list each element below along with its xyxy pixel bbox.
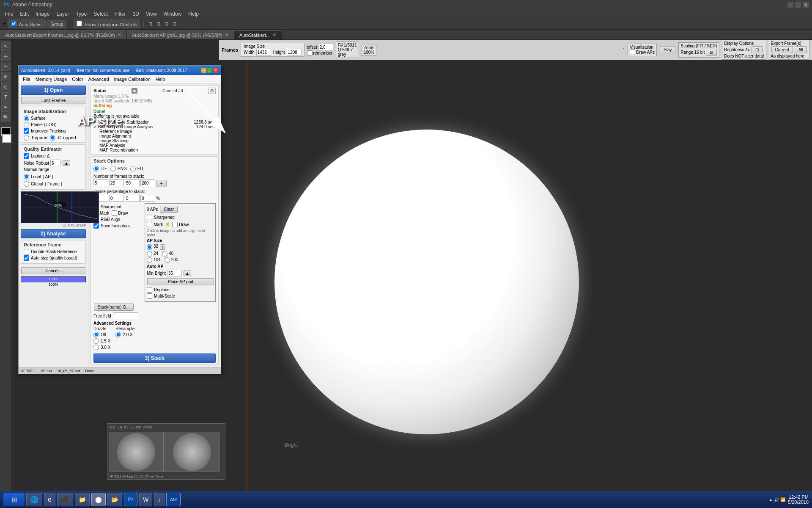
drizzle-3-radio[interactable] [93, 345, 99, 350]
pct-val-2[interactable] [109, 195, 124, 202]
ps-minimize-btn[interactable]: ─ [787, 2, 793, 8]
tab-ap-grid[interactable]: AutoStakkert AP grid1.jpg @ 50% (RGB/8#)… [127, 30, 234, 39]
improved-tracking-checkbox[interactable] [24, 128, 29, 134]
menu-filter[interactable]: Filter [111, 11, 129, 17]
fit-radio[interactable] [130, 166, 136, 171]
tab-close-0[interactable]: ✕ [118, 32, 121, 38]
tab-close-2[interactable]: ✕ [272, 32, 276, 38]
brush-tool[interactable]: ✏ [1, 62, 11, 71]
noise-input[interactable] [50, 160, 61, 166]
frames-val-2[interactable] [109, 179, 124, 186]
menu-layer[interactable]: Layer [53, 11, 72, 17]
taskbar-item-music[interactable]: ♪ [154, 493, 165, 506]
play-btn[interactable]: Play [660, 46, 675, 53]
align-right-icon[interactable]: ⊡ [163, 20, 170, 28]
png-radio[interactable] [110, 166, 116, 171]
height-input[interactable] [287, 49, 302, 55]
taskbar-item-edge[interactable]: e [44, 493, 55, 506]
heal-tool[interactable]: ⊙ [1, 82, 11, 91]
free-field-input[interactable] [113, 312, 138, 319]
export-all-btn[interactable]: All [795, 46, 807, 53]
clone-tool[interactable]: ⊕ [1, 72, 11, 81]
min-bright-up[interactable]: ▲ [184, 271, 191, 276]
ap-size-toggle[interactable]: ↕ [160, 244, 165, 250]
as-minimize-btn[interactable]: ─ [201, 68, 206, 73]
multiscale-cb[interactable] [147, 293, 152, 299]
ap-48-radio[interactable] [162, 251, 167, 257]
as-maximize-btn[interactable]: □ [207, 68, 212, 73]
menu-view[interactable]: View [143, 11, 160, 17]
export-current-btn[interactable]: Current [771, 46, 793, 53]
surface-radio[interactable] [24, 116, 29, 121]
offset-input[interactable] [318, 44, 333, 50]
pct-val-4[interactable] [140, 195, 155, 202]
min-bright-input[interactable] [167, 270, 182, 276]
frames-val-1[interactable] [93, 179, 108, 186]
taskbar-item-media[interactable]: ⬛ [57, 493, 73, 506]
tab-close-1[interactable]: ✕ [225, 32, 229, 38]
distribute-icon[interactable]: ⊡ [171, 20, 178, 28]
ap-draw-cb[interactable] [172, 222, 178, 227]
show-transform-checkbox[interactable]: Show Transform Controls [74, 19, 140, 28]
align-center-icon[interactable]: ⊡ [155, 20, 162, 28]
width-input[interactable] [256, 49, 271, 55]
frames-add-btn[interactable]: + [156, 180, 167, 187]
noise-up-btn[interactable]: ▲ [63, 160, 70, 166]
as-menu-color[interactable]: Color [69, 77, 85, 82]
laplace-checkbox[interactable] [24, 153, 29, 159]
cancel-btn[interactable]: Cancel... [21, 267, 86, 274]
ap-mark-cb[interactable] [147, 222, 152, 227]
replace-cb[interactable] [147, 287, 152, 293]
taskbar-item-as[interactable]: AS! [166, 493, 181, 506]
ap-200-radio[interactable] [165, 257, 170, 263]
menu-3d[interactable]: 3D [129, 11, 142, 17]
menu-select[interactable]: Select [90, 11, 111, 17]
pen-tool[interactable]: ✒ [1, 102, 11, 112]
taskbar-item-chrome[interactable]: ⬤ [91, 493, 106, 506]
menu-type[interactable]: Type [72, 11, 90, 17]
stack-btn[interactable]: 3) Stack [93, 353, 216, 363]
group-dropdown[interactable]: Group [47, 20, 66, 28]
frames-val-3[interactable] [125, 179, 140, 186]
save-indicators-checkbox[interactable] [93, 223, 99, 229]
taskbar-item-ie[interactable]: 🌐 [26, 493, 42, 506]
expand-radio[interactable] [24, 135, 29, 141]
planet-radio[interactable] [24, 122, 29, 127]
as-menu-calibration[interactable]: Image Calibration [112, 77, 153, 82]
menu-help[interactable]: Help [185, 11, 202, 17]
auto-select-checkbox[interactable]: Auto-Select [8, 19, 46, 28]
start-button[interactable]: ⊞ [3, 493, 25, 506]
taskbar-item-folder[interactable]: 📂 [107, 493, 122, 506]
taskbar-item-word[interactable]: W [139, 493, 152, 506]
pct-val-3[interactable] [125, 195, 140, 202]
as-menu-advanced[interactable]: Advanced [86, 77, 112, 82]
ap-24-radio[interactable] [147, 251, 152, 257]
remember-checkbox[interactable] [307, 50, 313, 56]
align-left-icon[interactable]: ⊡ [147, 20, 154, 28]
local-radio[interactable] [24, 174, 29, 179]
place-ap-grid-btn[interactable]: Place AP grid [147, 278, 214, 285]
as-menu-help[interactable]: Help [153, 77, 168, 82]
cropped-radio[interactable] [50, 135, 55, 141]
draw-checkbox[interactable] [112, 210, 117, 216]
stack-name-btn[interactable]: Stack(name) O... [94, 304, 134, 311]
ap-32-radio[interactable] [147, 244, 152, 250]
zoom-tool[interactable]: 🔍 [1, 113, 11, 122]
as-menu-memory[interactable]: Memory Usage [33, 77, 70, 82]
range-toggle[interactable]: ⊡ [706, 49, 717, 56]
menu-file[interactable]: File [2, 11, 16, 17]
background-color[interactable] [2, 134, 11, 143]
as-close-btn[interactable]: ✕ [213, 68, 218, 73]
limit-frames-btn[interactable]: Limit Frames [21, 97, 86, 104]
brightness-toggle[interactable]: ⊡ [752, 46, 763, 53]
menu-window[interactable]: Window [160, 11, 185, 17]
double-stack-checkbox[interactable] [24, 249, 29, 254]
resample-radio[interactable] [115, 332, 121, 337]
crop-tool[interactable]: ⊹ [1, 52, 11, 61]
menu-edit[interactable]: Edit [16, 11, 32, 17]
ap-104-radio[interactable] [147, 257, 152, 263]
tab-export-frames[interactable]: AutoStakkert Export Frames1.jpg @ 66.7% … [0, 30, 127, 39]
analyse-btn[interactable]: 2) Analyse [21, 229, 86, 238]
ps-close-btn[interactable]: ✕ [803, 2, 809, 8]
ap-sharpened-cb[interactable] [147, 215, 152, 220]
